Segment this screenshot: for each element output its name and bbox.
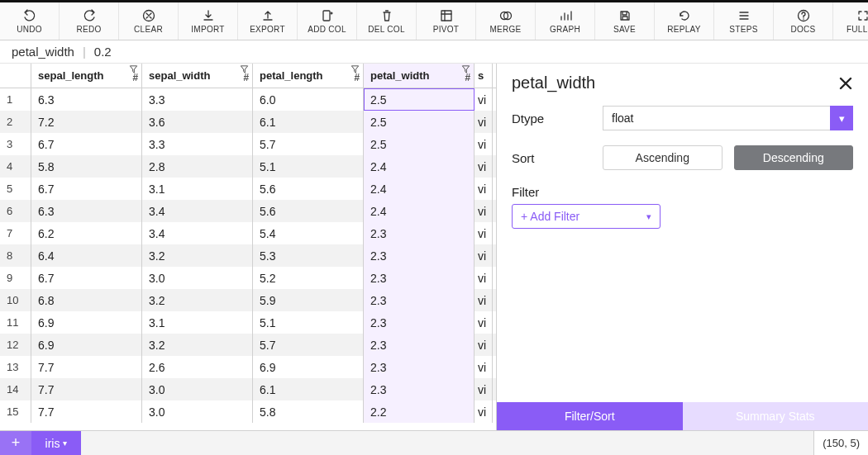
sort-descending-button[interactable]: Descending — [734, 145, 854, 170]
cell[interactable]: 5.1 — [253, 155, 364, 178]
cell[interactable]: 5.8 — [31, 155, 142, 178]
delcol-button[interactable]: DEL COL — [357, 2, 417, 40]
dtype-caret-button[interactable]: ▾ — [830, 106, 853, 130]
cell[interactable]: 6.7 — [31, 267, 142, 289]
column-header-cutoff[interactable]: s — [475, 64, 493, 88]
cell[interactable]: 6.9 — [31, 334, 142, 356]
merge-button[interactable]: MERGE — [476, 2, 536, 40]
cell[interactable]: 2.3 — [364, 222, 475, 244]
save-button[interactable]: SAVE — [595, 2, 655, 40]
cell-cutoff[interactable]: vi — [475, 111, 493, 133]
cell[interactable]: 7.7 — [31, 378, 142, 400]
cell-cutoff[interactable]: vi — [475, 244, 493, 267]
cell[interactable]: 6.3 — [31, 88, 142, 111]
cell[interactable]: 3.6 — [142, 111, 253, 133]
cell[interactable]: 3.4 — [142, 200, 253, 222]
cell[interactable]: 2.5 — [364, 133, 475, 155]
cell-cutoff[interactable]: vi — [475, 178, 493, 200]
steps-button[interactable]: STEPS — [714, 2, 774, 40]
cell[interactable]: 3.2 — [142, 334, 253, 356]
column-header-sepal_length[interactable]: sepal_length# — [31, 64, 142, 88]
cell[interactable]: 6.0 — [253, 88, 364, 111]
cell-cutoff[interactable]: vi — [475, 289, 493, 311]
cell-cutoff[interactable]: vi — [475, 378, 493, 400]
cell[interactable]: 2.3 — [364, 267, 475, 289]
cell[interactable]: 6.9 — [253, 356, 364, 378]
cell[interactable]: 2.3 — [364, 378, 475, 400]
cell[interactable]: 6.8 — [31, 289, 142, 311]
cell-cutoff[interactable]: vi — [475, 267, 493, 289]
cell[interactable]: 2.8 — [142, 155, 253, 178]
cell[interactable]: 3.1 — [142, 311, 253, 334]
cell[interactable]: 2.2 — [364, 400, 475, 423]
cell[interactable]: 3.2 — [142, 244, 253, 267]
cell[interactable]: 2.3 — [364, 244, 475, 267]
cell[interactable]: 5.4 — [253, 222, 364, 244]
cell[interactable]: 3.3 — [142, 133, 253, 155]
cell[interactable]: 2.3 — [364, 356, 475, 378]
cell-cutoff[interactable]: vi — [475, 155, 493, 178]
fullsc-button[interactable]: FULLSC — [833, 2, 868, 40]
cell[interactable]: 5.7 — [253, 334, 364, 356]
undo-button[interactable]: UNDO — [0, 2, 60, 40]
docs-button[interactable]: DOCS — [774, 2, 833, 40]
cell[interactable]: 6.2 — [31, 222, 142, 244]
cell[interactable]: 6.4 — [31, 244, 142, 267]
cell[interactable]: 5.6 — [253, 200, 364, 222]
cell[interactable]: 3.3 — [142, 88, 253, 111]
cell[interactable]: 2.3 — [364, 334, 475, 356]
cell[interactable]: 5.6 — [253, 178, 364, 200]
cell[interactable]: 2.4 — [364, 178, 475, 200]
cell[interactable]: 7.7 — [31, 400, 142, 423]
cell[interactable]: 2.4 — [364, 155, 475, 178]
cell[interactable]: 5.7 — [253, 133, 364, 155]
cell-cutoff[interactable]: vi — [475, 200, 493, 222]
add-sheet-button[interactable]: + — [0, 431, 31, 455]
cell[interactable]: 2.5 — [364, 111, 475, 133]
add-filter-button[interactable]: + Add Filter ▾ — [512, 204, 661, 229]
cell[interactable]: 3.4 — [142, 222, 253, 244]
cell-cutoff[interactable]: vi — [475, 311, 493, 334]
replay-button[interactable]: REPLAY — [655, 2, 714, 40]
cell[interactable]: 5.1 — [253, 311, 364, 334]
column-header-petal_width[interactable]: petal_width# — [364, 64, 475, 88]
cell-cutoff[interactable]: vi — [475, 400, 493, 423]
cell-cutoff[interactable]: vi — [475, 222, 493, 244]
cell[interactable]: 2.5 — [364, 88, 475, 111]
cell[interactable]: 6.1 — [253, 111, 364, 133]
cell[interactable]: 6.9 — [31, 311, 142, 334]
cell[interactable]: 3.1 — [142, 178, 253, 200]
import-button[interactable]: IMPORT — [179, 2, 238, 40]
dtype-select[interactable]: float — [603, 106, 830, 130]
clear-button[interactable]: CLEAR — [119, 2, 179, 40]
cell-cutoff[interactable]: vi — [475, 88, 493, 111]
sheet-tab-iris[interactable]: iris ▾ — [31, 431, 81, 455]
cell-cutoff[interactable]: vi — [475, 356, 493, 378]
cell[interactable]: 6.7 — [31, 178, 142, 200]
cell[interactable]: 5.9 — [253, 289, 364, 311]
pivot-button[interactable]: PIVOT — [417, 2, 476, 40]
cell[interactable]: 7.2 — [31, 111, 142, 133]
cell-cutoff[interactable]: vi — [475, 334, 493, 356]
cell[interactable]: 7.7 — [31, 356, 142, 378]
cell[interactable]: 6.7 — [31, 133, 142, 155]
cell[interactable]: 3.2 — [142, 289, 253, 311]
column-header-petal_length[interactable]: petal_length# — [253, 64, 364, 88]
cell[interactable]: 3.0 — [142, 267, 253, 289]
panel-close-button[interactable] — [838, 76, 853, 91]
formula-value[interactable]: 0.2 — [94, 45, 112, 59]
graph-button[interactable]: GRAPH — [536, 2, 595, 40]
cell-cutoff[interactable]: vi — [475, 133, 493, 155]
cell[interactable]: 2.4 — [364, 200, 475, 222]
addcol-button[interactable]: ADD COL — [298, 2, 357, 40]
tab-summary-stats[interactable]: Summary Stats — [683, 402, 869, 430]
cell[interactable]: 2.6 — [142, 356, 253, 378]
cell[interactable]: 6.1 — [253, 378, 364, 400]
redo-button[interactable]: REDO — [60, 2, 119, 40]
cell[interactable]: 5.2 — [253, 267, 364, 289]
cell[interactable]: 5.3 — [253, 244, 364, 267]
export-button[interactable]: EXPORT — [238, 2, 298, 40]
cell[interactable]: 3.0 — [142, 400, 253, 423]
tab-filter-sort[interactable]: Filter/Sort — [497, 402, 683, 430]
cell[interactable]: 2.3 — [364, 311, 475, 334]
